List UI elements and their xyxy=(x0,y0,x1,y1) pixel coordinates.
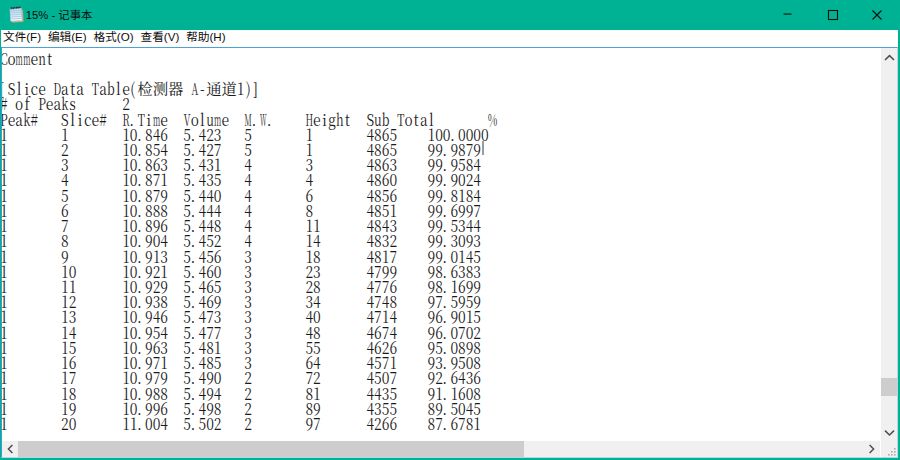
close-icon xyxy=(855,0,900,30)
scroll-up-button[interactable] xyxy=(881,48,897,65)
notepad-icon xyxy=(7,5,26,25)
window-title: 15% - 记事本 xyxy=(26,0,93,30)
resize-grip-icon[interactable] xyxy=(887,447,897,457)
menu-item-edit[interactable]: 编辑(E) xyxy=(45,30,91,47)
vertical-scrollbar[interactable] xyxy=(881,48,897,441)
notepad-window: 15% - 记事本 文件(F)编辑(E)格式(O)查看(V)帮助(H) Comm… xyxy=(0,0,900,460)
maximize-button[interactable] xyxy=(810,0,855,30)
text-line: [Slice Data Table(检测器 A-通道1)] xyxy=(2,81,880,96)
close-button[interactable] xyxy=(855,0,900,30)
scroll-right-button[interactable] xyxy=(864,441,880,457)
menu-item-help[interactable]: 帮助(H) xyxy=(183,30,229,47)
scroll-left-button[interactable] xyxy=(2,441,18,457)
menu-item-format[interactable]: 格式(O) xyxy=(90,30,137,47)
edit-client: Comment[Slice Data Table(检测器 A-通道1)]# of… xyxy=(1,47,898,458)
menu-bar: 文件(F)编辑(E)格式(O)查看(V)帮助(H) xyxy=(1,30,898,47)
chevron-up-icon xyxy=(881,48,897,65)
vertical-scroll-thumb[interactable] xyxy=(881,378,897,396)
menu-item-view[interactable]: 查看(V) xyxy=(137,30,183,47)
minimize-icon xyxy=(765,0,810,30)
chevron-left-icon xyxy=(2,441,18,457)
title-bar[interactable]: 15% - 记事本 xyxy=(0,0,900,30)
maximize-icon xyxy=(810,0,855,30)
chevron-down-icon xyxy=(881,424,897,441)
scroll-down-button[interactable] xyxy=(881,424,897,441)
minimize-button[interactable] xyxy=(765,0,810,30)
text-editor[interactable]: Comment[Slice Data Table(检测器 A-通道1)]# of… xyxy=(2,48,880,441)
scrollbar-corner xyxy=(881,441,897,457)
horizontal-scroll-thumb[interactable] xyxy=(18,441,524,457)
text-caret xyxy=(482,141,484,155)
window-border-left xyxy=(0,0,1,460)
text-line: 1 20 11.004 5.502 2 97 4266 87.6781 xyxy=(2,416,880,431)
text-line: Comment xyxy=(2,51,880,66)
chevron-right-icon xyxy=(864,441,880,457)
menu-item-file[interactable]: 文件(F) xyxy=(1,30,45,47)
text-content: Comment[Slice Data Table(检测器 A-通道1)]# of… xyxy=(2,51,880,431)
horizontal-scrollbar[interactable] xyxy=(2,441,880,457)
